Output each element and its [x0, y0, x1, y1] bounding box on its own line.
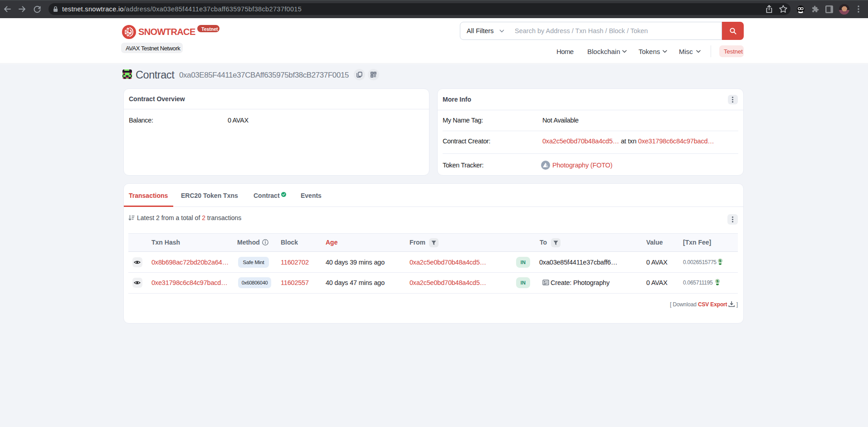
svg-text:$: $: [717, 279, 719, 283]
svg-text:$: $: [719, 259, 722, 263]
